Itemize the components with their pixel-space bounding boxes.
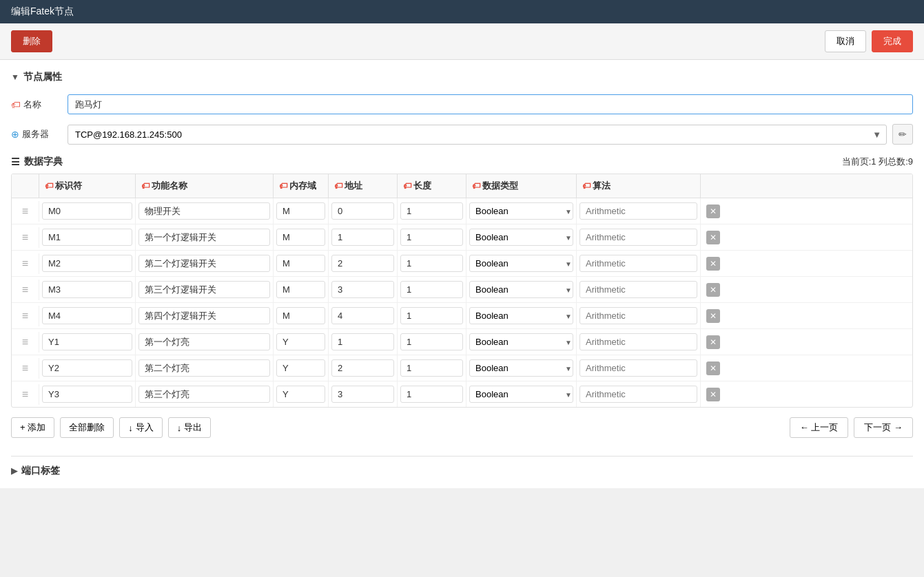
export-button[interactable]: ↓ 导出 bbox=[168, 417, 212, 438]
id-input-6[interactable] bbox=[42, 359, 132, 377]
delete-row-button-6[interactable]: ✕ bbox=[706, 361, 720, 375]
footer-left: + 添加 全部删除 ↓ 导入 ↓ 导出 bbox=[11, 417, 211, 438]
address-input-6[interactable] bbox=[331, 359, 394, 377]
address-input-3[interactable] bbox=[331, 281, 394, 298]
memory-input-3[interactable] bbox=[276, 281, 325, 298]
id-input-3[interactable] bbox=[42, 281, 132, 298]
title-bar: 编辑Fatek节点 bbox=[0, 0, 924, 23]
type-select-2[interactable]: BooleanIntFloatString bbox=[469, 255, 573, 272]
drag-handle-0[interactable]: ≡ bbox=[12, 201, 39, 222]
name-input-2[interactable] bbox=[138, 255, 270, 272]
id-input-1[interactable] bbox=[42, 229, 132, 246]
type-select-3[interactable]: BooleanIntFloatString bbox=[469, 281, 573, 298]
id-input-0[interactable] bbox=[42, 202, 132, 220]
length-input-1[interactable] bbox=[400, 229, 463, 246]
type-select-5[interactable]: BooleanIntFloatString bbox=[469, 333, 573, 350]
length-input-0[interactable] bbox=[400, 202, 463, 220]
server-select-wrap: TCP@192.168.21.245:500 ▼ bbox=[68, 125, 887, 145]
name-input-4[interactable] bbox=[138, 307, 270, 324]
name-input-5[interactable] bbox=[138, 333, 270, 350]
algorithm-input-2[interactable] bbox=[579, 255, 697, 272]
delete-row-button-3[interactable]: ✕ bbox=[706, 283, 720, 297]
node-properties-section-header[interactable]: ▼ 节点属性 bbox=[11, 71, 913, 83]
memory-input-4[interactable] bbox=[276, 307, 325, 324]
name-input-6[interactable] bbox=[138, 359, 270, 377]
cancel-button[interactable]: 取消 bbox=[825, 30, 866, 52]
drag-handle-5[interactable]: ≡ bbox=[12, 332, 39, 353]
cell-type-1: BooleanIntFloatString ▼ bbox=[466, 224, 577, 250]
memory-input-5[interactable] bbox=[276, 333, 325, 350]
memory-input-1[interactable] bbox=[276, 229, 325, 246]
port-section-header[interactable]: ▶ 端口标签 bbox=[11, 465, 913, 477]
length-input-2[interactable] bbox=[400, 255, 463, 272]
address-input-0[interactable] bbox=[331, 202, 394, 220]
algorithm-input-4[interactable] bbox=[579, 307, 697, 324]
type-select-0[interactable]: BooleanIntFloatString bbox=[469, 202, 573, 220]
import-button[interactable]: ↓ 导入 bbox=[119, 417, 163, 438]
length-input-6[interactable] bbox=[400, 359, 463, 377]
id-input-4[interactable] bbox=[42, 307, 132, 324]
delete-row-button-1[interactable]: ✕ bbox=[706, 231, 720, 244]
page-title: 编辑Fatek节点 bbox=[11, 6, 74, 17]
cell-length-0 bbox=[398, 198, 466, 224]
delete-row-button-0[interactable]: ✕ bbox=[706, 204, 720, 218]
type-select-4[interactable]: BooleanIntFloatString bbox=[469, 307, 573, 324]
delete-all-button[interactable]: 全部删除 bbox=[60, 417, 114, 438]
next-page-button[interactable]: 下一页 → bbox=[854, 417, 913, 438]
name-input-0[interactable] bbox=[138, 202, 270, 220]
id-input-7[interactable] bbox=[42, 386, 132, 403]
id-input-5[interactable] bbox=[42, 333, 132, 350]
delete-row-button-4[interactable]: ✕ bbox=[706, 309, 720, 323]
server-select[interactable]: TCP@192.168.21.245:500 bbox=[68, 125, 887, 145]
type-select-6[interactable]: BooleanIntFloatString bbox=[469, 359, 573, 377]
name-input-3[interactable] bbox=[138, 281, 270, 298]
cell-delete-5: ✕ bbox=[701, 331, 726, 353]
name-input-7[interactable] bbox=[138, 386, 270, 403]
name-input-1[interactable] bbox=[138, 229, 270, 246]
cell-length-5 bbox=[398, 329, 466, 355]
name-input[interactable] bbox=[68, 94, 913, 114]
address-input-5[interactable] bbox=[331, 333, 394, 350]
server-edit-button[interactable]: ✏ bbox=[892, 124, 913, 145]
type-select-7[interactable]: BooleanIntFloatString bbox=[469, 386, 573, 403]
algorithm-input-3[interactable] bbox=[579, 281, 697, 298]
cell-id-4 bbox=[39, 303, 136, 328]
import-icon: ↓ bbox=[128, 423, 133, 433]
id-input-2[interactable] bbox=[42, 255, 132, 272]
algorithm-input-7[interactable] bbox=[579, 386, 697, 403]
algorithm-input-6[interactable] bbox=[579, 359, 697, 377]
confirm-button[interactable]: 完成 bbox=[872, 30, 913, 52]
prev-page-button[interactable]: ← 上一页 bbox=[790, 417, 849, 438]
delete-button[interactable]: 删除 bbox=[11, 30, 52, 52]
delete-row-button-7[interactable]: ✕ bbox=[706, 388, 720, 401]
delete-row-button-2[interactable]: ✕ bbox=[706, 257, 720, 271]
drag-handle-7[interactable]: ≡ bbox=[12, 384, 39, 405]
drag-handle-2[interactable]: ≡ bbox=[12, 253, 39, 274]
address-input-4[interactable] bbox=[331, 307, 394, 324]
add-button[interactable]: + 添加 bbox=[11, 417, 54, 438]
memory-input-6[interactable] bbox=[276, 359, 325, 377]
address-input-2[interactable] bbox=[331, 255, 394, 272]
cell-address-7 bbox=[329, 381, 398, 407]
length-input-4[interactable] bbox=[400, 307, 463, 324]
address-input-7[interactable] bbox=[331, 386, 394, 403]
drag-handle-3[interactable]: ≡ bbox=[12, 280, 39, 300]
memory-input-0[interactable] bbox=[276, 202, 325, 220]
drag-handle-6[interactable]: ≡ bbox=[12, 358, 39, 379]
cell-address-5 bbox=[329, 329, 398, 355]
drag-handle-1[interactable]: ≡ bbox=[12, 227, 39, 248]
memory-input-7[interactable] bbox=[276, 386, 325, 403]
delete-row-button-5[interactable]: ✕ bbox=[706, 335, 720, 349]
algorithm-input-5[interactable] bbox=[579, 333, 697, 350]
cell-algorithm-5 bbox=[577, 329, 701, 355]
length-input-5[interactable] bbox=[400, 333, 463, 350]
length-input-3[interactable] bbox=[400, 281, 463, 298]
algorithm-input-0[interactable] bbox=[579, 202, 697, 220]
memory-input-2[interactable] bbox=[276, 255, 325, 272]
address-input-1[interactable] bbox=[331, 229, 394, 246]
length-input-7[interactable] bbox=[400, 386, 463, 403]
type-select-1[interactable]: BooleanIntFloatString bbox=[469, 229, 573, 246]
cell-name-6 bbox=[136, 355, 274, 381]
drag-handle-4[interactable]: ≡ bbox=[12, 306, 39, 326]
algorithm-input-1[interactable] bbox=[579, 229, 697, 246]
